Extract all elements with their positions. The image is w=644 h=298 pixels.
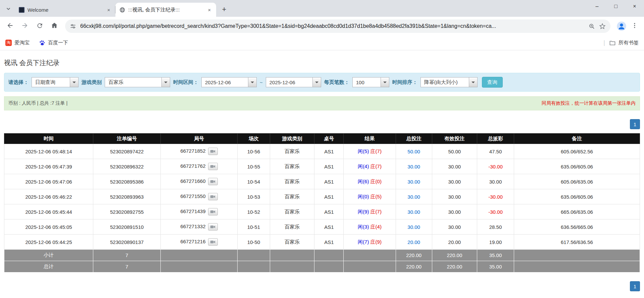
cell-valid-bet: 30.00 xyxy=(432,189,477,204)
date-separator: ~ xyxy=(260,80,263,85)
bet-table-body: 2025-12-06 05:48:14 523020897422 6672718… xyxy=(4,144,640,250)
sort-select[interactable]: 降幂(由大到小) xyxy=(420,77,478,87)
welcome-favicon-icon xyxy=(19,7,24,13)
cell-session: 10-56 xyxy=(238,144,270,159)
result-player: 闲(5) xyxy=(358,148,369,154)
zoom-icon[interactable] xyxy=(589,23,595,30)
total-bet-link[interactable]: 30.00 xyxy=(407,194,420,200)
video-replay-icon[interactable] xyxy=(208,208,218,215)
total-count: 7 xyxy=(93,261,161,272)
search-button[interactable]: 查询 xyxy=(482,77,503,88)
bookmark-baidu[interactable]: 百度一下 xyxy=(39,40,68,46)
chevron-down-icon[interactable] xyxy=(469,78,477,87)
minimize-icon[interactable]: – xyxy=(588,0,606,13)
header-result: 结果 xyxy=(344,134,396,144)
chevron-down-icon[interactable] xyxy=(248,78,256,87)
cell-time: 2025-12-06 05:47:06 xyxy=(4,174,93,189)
query-type-select[interactable]: 日期查询 xyxy=(32,77,79,87)
profile-avatar[interactable] xyxy=(616,20,627,32)
game-type-label: 游戏类别 xyxy=(82,79,102,86)
table-row: 2025-12-06 05:44:25 523020890137 6672712… xyxy=(4,235,640,250)
game-type-select[interactable]: 百家乐 xyxy=(105,77,170,87)
cell-table-no: AS1 xyxy=(314,204,344,219)
cell-payout: -30.00 xyxy=(477,189,514,204)
cell-valid-bet: 30.00 xyxy=(432,219,477,235)
result-player: 闲(6) xyxy=(358,179,369,184)
new-tab-button[interactable]: + xyxy=(219,4,230,15)
home-button[interactable] xyxy=(48,19,61,33)
cell-total-bet: 30.00 xyxy=(396,204,432,219)
cell-valid-bet: 50.00 xyxy=(432,144,477,159)
total-bet-link[interactable]: 30.00 xyxy=(407,179,420,185)
maximize-icon[interactable]: □ xyxy=(606,0,625,13)
bookmark-star-icon[interactable] xyxy=(599,23,606,30)
cell-payout: 19.00 xyxy=(477,235,514,250)
table-header-row: 时间 注单编号 局号 场次 游戏类别 桌号 结果 总投注 有效投注 总派彩 备注 xyxy=(4,134,640,144)
close-icon[interactable]: × xyxy=(105,6,112,13)
total-bet-link[interactable]: 30.00 xyxy=(407,164,420,169)
video-replay-icon[interactable] xyxy=(208,148,218,155)
date-to-select[interactable]: 2025-12-06 xyxy=(266,77,321,87)
forward-button[interactable] xyxy=(18,19,32,33)
cell-valid-bet: 30.00 xyxy=(432,159,477,174)
total-valid-bet: 220.00 xyxy=(432,261,477,272)
date-from-select[interactable]: 2025-12-06 xyxy=(201,77,257,87)
cell-note: 665.06/635.06 xyxy=(514,204,640,219)
video-replay-icon[interactable] xyxy=(208,193,218,200)
cell-game-type: 百家乐 xyxy=(270,174,314,189)
cell-round: 667271762 xyxy=(160,159,237,174)
header-game-type: 游戏类别 xyxy=(270,134,314,144)
bookmark-aitaobao[interactable]: 淘 爱淘宝 xyxy=(5,40,30,46)
chevron-down-icon[interactable] xyxy=(161,78,170,87)
pagination-bottom: 1 xyxy=(0,281,644,291)
cell-payout: 30.00 xyxy=(477,174,514,189)
bookmark-label: 百度一下 xyxy=(48,40,68,46)
all-bookmarks-button[interactable]: 所有书签 xyxy=(609,40,639,46)
site-info-icon[interactable] xyxy=(70,23,76,30)
total-bet-link[interactable]: 20.00 xyxy=(407,239,420,245)
cell-round: 667271439 xyxy=(160,204,237,219)
refresh-button[interactable] xyxy=(33,19,46,33)
cell-bet-id: 523020892755 xyxy=(93,204,161,219)
close-icon[interactable]: × xyxy=(206,6,213,13)
total-bet-link[interactable]: 30.00 xyxy=(407,209,420,215)
result-player: 闲(0) xyxy=(358,194,369,199)
subtotal-row: 小计 7 220.00 220.00 35.00 xyxy=(4,250,640,261)
cell-note: 635.06/605.06 xyxy=(514,189,640,204)
bookmarks-bar: 淘 爱淘宝 百度一下 | 所有书签 xyxy=(0,36,644,50)
menu-button[interactable] xyxy=(629,20,641,32)
chevron-down-icon[interactable] xyxy=(381,78,389,87)
per-page-select[interactable]: 100 xyxy=(352,77,389,87)
total-bet-link[interactable]: 50.00 xyxy=(407,149,420,154)
total-bet-link[interactable]: 30.00 xyxy=(407,224,420,230)
total-payout: 35.00 xyxy=(477,261,514,272)
subtotal-label: 小计 xyxy=(4,250,93,261)
video-replay-icon[interactable] xyxy=(208,178,218,185)
video-replay-icon[interactable] xyxy=(208,238,218,246)
page-1-button[interactable]: 1 xyxy=(630,119,640,129)
tab-search-button[interactable] xyxy=(3,4,13,14)
date-range-label: 时间区间： xyxy=(173,79,198,86)
page-1-button[interactable]: 1 xyxy=(630,281,640,291)
header-valid-bet: 有效投注 xyxy=(432,134,477,144)
header-total-bet: 总投注 xyxy=(396,134,432,144)
back-button[interactable] xyxy=(3,19,17,33)
video-replay-icon[interactable] xyxy=(208,223,218,231)
cell-session: 10-55 xyxy=(238,159,270,174)
chevron-down-icon[interactable] xyxy=(70,78,78,87)
cell-session: 10-54 xyxy=(238,174,270,189)
cell-bet-id: 523020890137 xyxy=(93,235,161,250)
tab-betrecord[interactable]: :::视讯, 会员下注纪录::: × xyxy=(115,3,216,17)
address-bar[interactable]: 66cxkj98.com/ipl/portal.php/game/betreco… xyxy=(65,19,610,33)
cell-note: 605.06/635.06 xyxy=(514,174,640,189)
query-type-value: 日期查询 xyxy=(32,78,70,87)
total-row: 总计 7 220.00 220.00 35.00 xyxy=(4,261,640,272)
cell-round: 667271216 xyxy=(160,235,237,250)
cell-payout: -30.00 xyxy=(477,204,514,219)
video-replay-icon[interactable] xyxy=(208,163,218,170)
tab-welcome[interactable]: Welcome × xyxy=(15,3,115,17)
chevron-down-icon[interactable] xyxy=(312,78,321,87)
cell-table-no: AS1 xyxy=(314,174,344,189)
header-note: 备注 xyxy=(514,134,640,144)
close-icon[interactable]: × xyxy=(625,0,644,13)
